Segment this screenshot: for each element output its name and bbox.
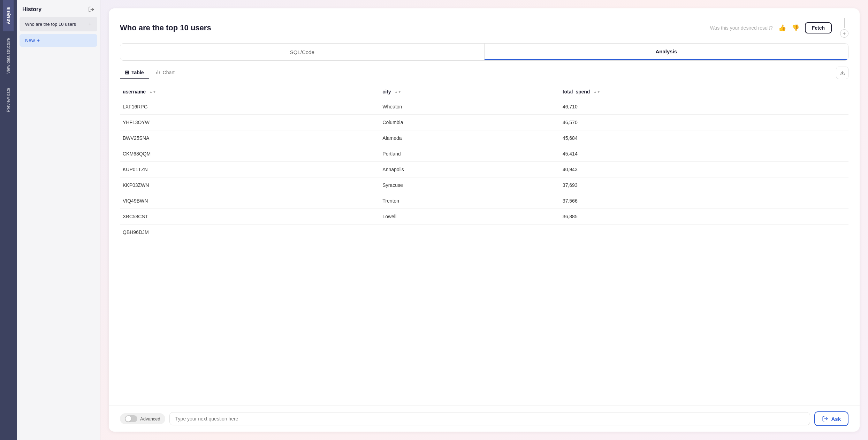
history-item[interactable]: Who are the top 10 users + [20, 17, 97, 31]
add-connector-button[interactable]: + [840, 29, 848, 38]
table-row: QBH96DJM [120, 225, 848, 240]
history-close-button[interactable] [88, 6, 94, 13]
connector-line [844, 18, 845, 28]
subtabs-row: ⊞ Table Chart [109, 61, 860, 79]
cell-city: Portland [380, 146, 559, 162]
tab-analysis[interactable]: Analysis [485, 44, 848, 60]
cell-total_spend: 46,710 [560, 99, 848, 115]
content-card: Who are the top 10 users Was this your d… [109, 8, 860, 432]
sidebar-tab-analysis[interactable]: Analysis [3, 0, 14, 31]
subtab-chart[interactable]: Chart [150, 66, 180, 79]
cell-total_spend: 45,414 [560, 146, 848, 162]
advanced-label: Advanced [140, 416, 160, 422]
sort-total-spend-icon[interactable]: ▲▼ [593, 90, 600, 94]
cell-city: Wheaton [380, 99, 559, 115]
table-row: KKP03ZWNSyracuse37,693 [120, 177, 848, 193]
cell-total_spend: 37,693 [560, 177, 848, 193]
subtab-table[interactable]: ⊞ Table [120, 67, 149, 79]
col-city[interactable]: city ▲▼ [380, 85, 559, 99]
download-button[interactable] [836, 67, 848, 79]
cell-city: Columbia [380, 115, 559, 130]
bottom-bar: Advanced Ask [109, 405, 860, 432]
subtabs-left: ⊞ Table Chart [120, 66, 180, 79]
thumbs-up-button[interactable]: 👍 [778, 24, 786, 32]
thumbs-down-button[interactable]: 👎 [792, 24, 799, 32]
cell-total_spend: 36,885 [560, 209, 848, 225]
table-row: LXF16RPGWheaton46,710 [120, 99, 848, 115]
ask-button[interactable]: Ask [814, 411, 848, 426]
cell-city [380, 225, 559, 240]
cell-city: Alameda [380, 130, 559, 146]
cell-city: Trenton [380, 193, 559, 209]
sort-username-icon[interactable]: ▲▼ [149, 90, 156, 94]
cell-total_spend: 40,943 [560, 162, 848, 177]
table-row: CKM68QQMPortland45,414 [120, 146, 848, 162]
sidebar-tab-view-data-structure[interactable]: View data structure [3, 31, 14, 81]
data-table: username ▲▼ city ▲▼ total_spend ▲▼ [120, 85, 848, 240]
fetch-button[interactable]: Fetch [805, 22, 832, 33]
col-total-spend[interactable]: total_spend ▲▼ [560, 85, 848, 99]
cell-username: LXF16RPG [120, 99, 380, 115]
advanced-toggle[interactable]: Advanced [120, 413, 165, 424]
table-icon: ⊞ [125, 69, 129, 76]
table-row: BWV25SNAAlameda45,684 [120, 130, 848, 146]
sort-city-icon[interactable]: ▲▼ [394, 90, 401, 94]
table-row: VIQ49BWNTrenton37,566 [120, 193, 848, 209]
table-row: XBC58CSTLowell36,885 [120, 209, 848, 225]
cell-username: KKP03ZWN [120, 177, 380, 193]
new-item[interactable]: New + [20, 34, 97, 47]
card-header: Who are the top 10 users Was this your d… [109, 8, 860, 43]
history-item-add-button[interactable]: + [89, 21, 92, 27]
card-title: Who are the top 10 users [120, 23, 211, 32]
history-header: History [17, 0, 100, 17]
history-panel: History Who are the top 10 users + New + [17, 0, 100, 440]
table-row: YHF13OYWColumbia46,570 [120, 115, 848, 130]
cell-username: XBC58CST [120, 209, 380, 225]
question-input[interactable] [169, 412, 810, 425]
cell-username: QBH96DJM [120, 225, 380, 240]
tab-sql[interactable]: SQL/Code [120, 44, 485, 60]
cell-city: Lowell [380, 209, 559, 225]
cell-city: Annapolis [380, 162, 559, 177]
cell-total_spend [560, 225, 848, 240]
cell-city: Syracuse [380, 177, 559, 193]
card-header-right: Was this your desired result? 👍 👎 Fetch … [710, 18, 848, 38]
toggle-knob [125, 416, 131, 422]
sidebar-tabs: Analysis View data structure Preview dat… [0, 0, 17, 440]
advanced-switch[interactable] [125, 415, 137, 422]
table-wrapper: username ▲▼ city ▲▼ total_spend ▲▼ [109, 79, 860, 405]
connector-area: + [840, 18, 848, 38]
sidebar-tab-preview-data[interactable]: Preview data [3, 81, 14, 119]
main-content: Who are the top 10 users Was this your d… [100, 0, 868, 440]
chart-icon [155, 69, 161, 76]
ask-icon [822, 416, 828, 422]
cell-username: YHF13OYW [120, 115, 380, 130]
cell-total_spend: 46,570 [560, 115, 848, 130]
cell-username: CKM68QQM [120, 146, 380, 162]
cell-total_spend: 37,566 [560, 193, 848, 209]
cell-username: BWV25SNA [120, 130, 380, 146]
col-username[interactable]: username ▲▼ [120, 85, 380, 99]
table-row: KUP01TZNAnnapolis40,943 [120, 162, 848, 177]
cell-total_spend: 45,684 [560, 130, 848, 146]
main-tabs: SQL/Code Analysis [120, 43, 848, 61]
cell-username: KUP01TZN [120, 162, 380, 177]
cell-username: VIQ49BWN [120, 193, 380, 209]
desired-result-text: Was this your desired result? [710, 25, 773, 31]
history-title: History [22, 6, 41, 13]
